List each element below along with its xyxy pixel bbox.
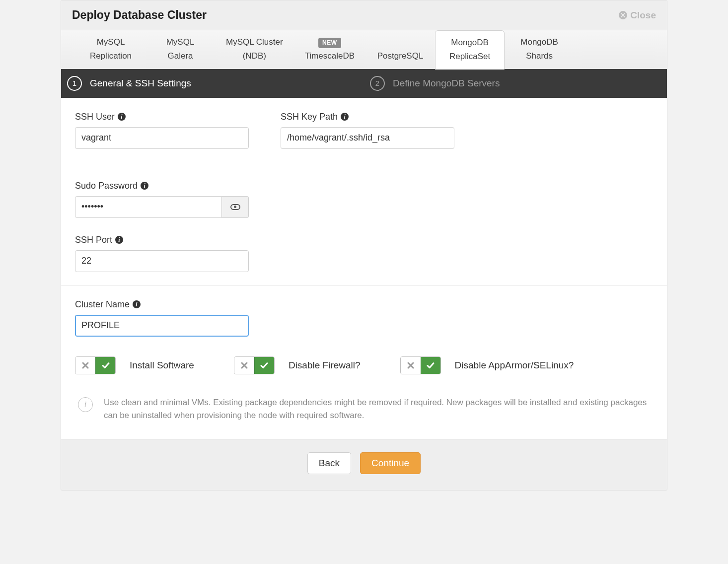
modal-footer: Back Continue [61, 439, 667, 490]
tab-label-line1: MongoDB [520, 36, 558, 48]
step-1-number: 1 [67, 76, 82, 91]
step-2-label: Define MongoDB Servers [393, 78, 500, 89]
tab-label-line1: MySQL [97, 36, 125, 48]
tab-label-line2: Galera [167, 50, 193, 62]
disable-firewall-toggle: Disable Firewall? [234, 356, 361, 374]
wizard-steps: 1 General & SSH Settings 2 Define MongoD… [61, 69, 667, 98]
tab-timescaledb[interactable]: NEWTimescaleDB [294, 30, 365, 69]
ssh-user-label: SSH User [75, 112, 115, 122]
deploy-cluster-modal: Deploy Database Cluster Close MySQLRepli… [61, 0, 667, 491]
tab-label-line2: Replication [90, 50, 132, 62]
ssh-port-input[interactable] [75, 250, 249, 272]
ssh-key-input[interactable] [281, 127, 454, 149]
tab-label-line1: PostgreSQL [377, 50, 424, 62]
modal-header: Deploy Database Cluster Close [61, 0, 667, 30]
tab-postgresql[interactable]: PostgreSQL [365, 30, 435, 69]
tab-mysql-replication[interactable]: MySQLReplication [76, 30, 146, 69]
toggle-on-button[interactable] [95, 357, 115, 374]
tab-mongodb-shards[interactable]: MongoDBShards [505, 30, 574, 69]
db-type-tabs: MySQLReplicationMySQLGaleraMySQL Cluster… [61, 30, 667, 69]
info-icon[interactable]: i [115, 236, 123, 244]
install-software-label: Install Software [130, 360, 194, 371]
disable-apparmor-label: Disable AppArmor/SELinux? [455, 360, 574, 371]
step-1-label: General & SSH Settings [90, 78, 191, 89]
back-button[interactable]: Back [307, 452, 351, 474]
sudo-pw-input[interactable] [75, 196, 222, 218]
toggle-off-button[interactable] [75, 357, 95, 374]
toggle-off-button[interactable] [401, 357, 421, 374]
disable-firewall-label: Disable Firewall? [289, 360, 361, 371]
install-note: i Use clean and minimal VMs. Existing pa… [75, 390, 653, 426]
eye-icon [230, 204, 240, 210]
disable-apparmor-toggle: Disable AppArmor/SELinux? [400, 356, 574, 374]
tab-label-line1: MySQL [166, 36, 195, 48]
toggle-password-visibility[interactable] [222, 196, 249, 218]
info-icon[interactable]: i [133, 300, 141, 308]
toggle-on-button[interactable] [254, 357, 274, 374]
close-button[interactable]: Close [619, 10, 656, 21]
toggle-on-button[interactable] [421, 357, 440, 374]
tab-mongodb-replicaset[interactable]: MongoDBReplicaSet [435, 30, 505, 70]
tab-mysql-cluster--ndb-[interactable]: MySQL Cluster(NDB) [215, 30, 294, 69]
tab-mysql-galera[interactable]: MySQLGalera [146, 30, 215, 69]
ssh-user-input[interactable] [75, 127, 249, 149]
new-badge: NEW [318, 38, 341, 48]
tab-label-line1: TimescaleDB [305, 50, 355, 62]
ssh-port-label: SSH Port [75, 235, 112, 245]
install-software-toggle: Install Software [75, 356, 194, 374]
info-icon[interactable]: i [141, 182, 148, 190]
cluster-name-input[interactable] [75, 315, 249, 337]
step-define-servers[interactable]: 2 Define MongoDB Servers [364, 76, 661, 91]
cluster-name-group: Cluster Name i [75, 299, 653, 337]
cluster-name-label: Cluster Name [75, 299, 130, 310]
step-general-ssh[interactable]: 1 General & SSH Settings [67, 76, 364, 91]
tab-label-line2: Shards [526, 50, 553, 62]
step-2-number: 2 [370, 76, 385, 91]
sudo-pw-label: Sudo Password [75, 181, 138, 191]
toggle-off-button[interactable] [234, 357, 254, 374]
ssh-key-label: SSH Key Path [281, 112, 338, 122]
sudo-pw-group: Sudo Password i [75, 181, 249, 218]
modal-title: Deploy Database Cluster [72, 8, 207, 22]
install-note-text: Use clean and minimal VMs. Existing pack… [104, 396, 650, 423]
tab-label-line2: (NDB) [243, 50, 266, 62]
continue-button[interactable]: Continue [360, 452, 421, 474]
tab-label-line1: MySQL Cluster [226, 36, 283, 48]
ssh-key-group: SSH Key Path i [281, 112, 454, 149]
ssh-user-group: SSH User i [75, 112, 249, 149]
close-icon [619, 11, 627, 19]
info-icon[interactable]: i [341, 113, 349, 121]
tab-label-line1: MongoDB [451, 37, 489, 49]
info-circle-icon: i [78, 397, 93, 412]
ssh-port-group: SSH Port i [75, 235, 249, 272]
close-label: Close [630, 10, 656, 21]
tab-label-line2: ReplicaSet [449, 51, 490, 63]
form-panel: SSH User i SSH Key Path i Sudo Password [61, 98, 667, 439]
info-icon[interactable]: i [118, 113, 126, 121]
